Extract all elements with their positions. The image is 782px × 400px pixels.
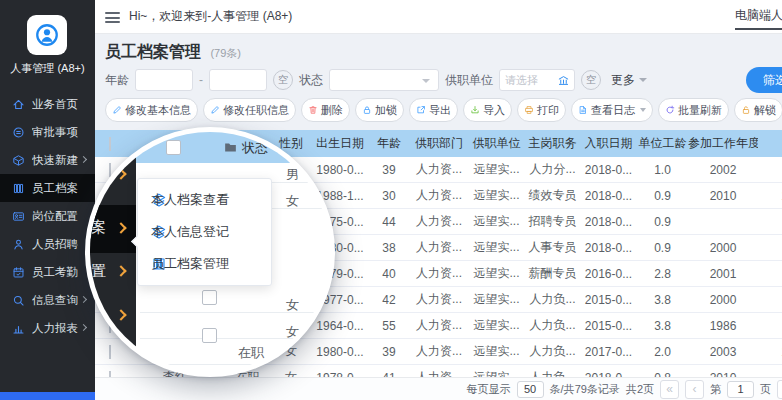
avatar-icon — [34, 22, 60, 48]
sidebar-item[interactable]: 人力报表 — [0, 314, 95, 342]
toolbar-button[interactable]: 查看日志 — [571, 98, 653, 122]
magnified-status-cell: 在职 — [238, 344, 264, 362]
cell-hire: 2016-0... — [580, 267, 637, 281]
toolbar-button[interactable]: 导入 — [463, 98, 512, 122]
topbar: Hi~，欢迎来到-人事管理 (A8+) 电脑端人事管理 — [95, 0, 782, 34]
status-select[interactable] — [329, 69, 439, 91]
hamburger-menu-icon[interactable] — [105, 12, 120, 26]
per-page-input[interactable]: 50 — [517, 381, 544, 398]
magnified-row-checkbox[interactable] — [202, 328, 217, 343]
cell-tenure: 1.0 — [637, 163, 688, 177]
column-header: 单位工龄 — [637, 135, 688, 152]
sidebar-item[interactable]: 员工考勤 — [0, 258, 95, 286]
cell-age: 39 — [368, 163, 410, 177]
cell-dept: 人力资... — [410, 213, 468, 230]
sidebar-item[interactable]: 业务首页 — [0, 90, 95, 118]
page-number-input[interactable]: 1 — [727, 381, 754, 398]
toolbar-button-label: 删除 — [321, 103, 343, 118]
sidebar: 人事管理 (A8+) 业务首页 审批事项 快速新建 — [0, 0, 95, 400]
toolbar-button[interactable]: 解锁 — [734, 98, 782, 122]
sidebar-item[interactable]: 人员招聘 — [0, 230, 95, 258]
per-page-label: 每页显示 — [467, 382, 511, 397]
clear-unit-button[interactable]: 空 — [581, 70, 601, 90]
cell-unit: 远望实... — [468, 369, 525, 377]
more-filters-button[interactable]: 更多 — [611, 72, 647, 89]
sidebar-item[interactable]: 快速新建 — [0, 146, 95, 174]
cell-tenure: 3.8 — [637, 319, 688, 333]
cell-hire: 2018-0... — [580, 241, 637, 255]
magnified-select-all-checkbox[interactable] — [166, 140, 181, 155]
chevron-right-icon — [80, 156, 87, 163]
sidebar-item-icon — [12, 98, 25, 111]
sidebar-item-icon — [12, 294, 25, 307]
cell-hire: 2015-0... — [580, 319, 637, 333]
toolbar-button-icon — [362, 105, 372, 115]
page-suffix-label: 页 — [760, 382, 771, 397]
submenu-item[interactable]: 员工档案管理 — [138, 248, 271, 280]
sidebar-item[interactable]: 员工档案 — [0, 174, 95, 202]
submenu-popup: 本人档案查看 本人信息登记 员工档案管理 — [137, 178, 272, 286]
cell-job: 人力负... — [525, 343, 580, 360]
magnified-gender-cell: 女 — [286, 296, 299, 314]
toolbar-button[interactable]: 打印 — [517, 98, 566, 122]
sidebar-item[interactable]: 岗位配置 — [0, 202, 95, 230]
next-page-button[interactable]: › — [777, 380, 782, 399]
toolbar-button[interactable]: 批量刷新 — [658, 98, 729, 122]
cell-unit: 远望实... — [468, 343, 525, 360]
sidebar-item-icon — [12, 266, 25, 279]
cell-job: 绩效专员 — [525, 187, 580, 204]
row-checkbox[interactable] — [109, 345, 111, 359]
cell-dept: 人力资... — [410, 161, 468, 178]
select-all-checkbox[interactable] — [109, 137, 111, 151]
page-head: 员工档案管理 (79条) — [105, 42, 241, 63]
filter-button[interactable]: 筛选 — [746, 67, 782, 93]
sidebar-item-icon — [12, 210, 25, 223]
cell-job: 招聘专员 — [525, 213, 580, 230]
cell-year: 2000 — [688, 241, 758, 255]
pagination-bar: 每页显示 50 条/共79条记录 共2页 « ‹ 第 1 页 › — [95, 377, 782, 400]
select-all-cell — [95, 137, 125, 151]
sidebar-item-label: 审批事项 — [32, 125, 78, 140]
toolbar-button-icon — [524, 105, 534, 115]
toolbar-button-label: 批量刷新 — [678, 103, 722, 118]
cell-job: 人力分... — [525, 161, 580, 178]
prev-page-button[interactable]: ‹ — [685, 380, 704, 399]
toolbar-button[interactable]: 导出 — [409, 98, 458, 122]
toolbar-button[interactable]: 删除 — [301, 98, 350, 122]
toolbar-button-icon — [308, 105, 318, 115]
sidebar-label-fragment: 置 — [91, 262, 109, 281]
cell-year: 2002 — [688, 163, 758, 177]
cell-age: 42 — [368, 293, 410, 307]
chevron-down-icon — [640, 108, 646, 112]
cell-unit: 远望实... — [468, 317, 525, 334]
submenu-item[interactable]: 本人信息登记 — [138, 216, 271, 248]
clear-age-button[interactable]: 空 — [273, 70, 293, 90]
column-header: 供职单位 — [468, 135, 525, 152]
age-min-input[interactable] — [135, 69, 193, 91]
cell-extra: 9 — [758, 163, 782, 177]
sidebar-item-label: 业务首页 — [32, 97, 78, 112]
toolbar-button[interactable]: 加锁 — [355, 98, 404, 122]
column-header: 主岗职务 — [525, 135, 580, 152]
sidebar-item[interactable]: 审批事项 — [0, 118, 95, 146]
submenu-item[interactable]: 本人档案查看 — [138, 184, 271, 216]
toolbar-button[interactable]: 修改基本信息 — [105, 98, 198, 122]
sidebar-item-icon — [12, 126, 25, 139]
toolbar-button-icon — [665, 105, 675, 115]
toolbar-button[interactable]: 修改任职信息 — [203, 98, 296, 122]
submenu-item-label: 本人信息登记 — [151, 223, 229, 241]
cell-hire: 2018-0... — [580, 163, 637, 177]
submenu-item-label: 员工档案管理 — [151, 255, 229, 273]
age-max-input[interactable] — [209, 69, 267, 91]
building-icon[interactable] — [557, 74, 570, 87]
toolbar: 修改基本信息 修改任职信息 删除 加锁 — [105, 98, 782, 122]
first-page-button[interactable]: « — [660, 380, 679, 399]
cell-extra: 9 — [758, 319, 782, 333]
device-tab[interactable]: 电脑端人事管理 — [735, 0, 782, 34]
welcome-text: Hi~，欢迎来到-人事管理 (A8+) — [129, 0, 292, 33]
sidebar-item-icon — [12, 182, 25, 195]
sidebar-item[interactable]: 信息查询 — [0, 286, 95, 314]
sidebar-item-icon — [12, 154, 25, 167]
magnified-row-checkbox[interactable] — [202, 290, 217, 305]
chevron-right-icon — [80, 296, 87, 303]
